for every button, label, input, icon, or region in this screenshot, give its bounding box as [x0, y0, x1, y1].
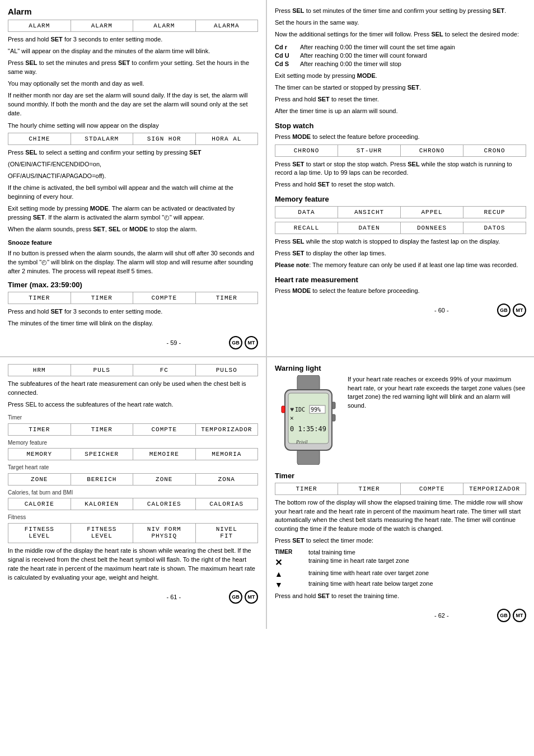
stopwatch-section: Stop watch Press MODE to select the feat… — [275, 122, 526, 190]
chime-para-1: Press SEL to select a setting and confir… — [8, 148, 258, 157]
sf-memory-c1: MEMORY — [8, 449, 71, 460]
tb-cell-4: TEMPORIZADOR — [463, 483, 526, 494]
svg-rect-12 — [332, 414, 335, 421]
sf-memory-row: MEMORY SPEICHER MEMOIRE MEMORIA — [8, 448, 258, 460]
badge-group-62: GB MT — [497, 609, 526, 622]
hrm-cell-1: HRM — [8, 365, 71, 376]
snooze-label: Snooze feature — [8, 239, 258, 248]
timer-mode-up-desc: training time with heart rate over targe… — [308, 570, 526, 576]
sf-cal-c4: CALORIAS — [196, 498, 258, 510]
timer-mode-up: ▲ training time with heart rate over tar… — [275, 570, 526, 578]
mode-cds-code: Cd S — [275, 60, 294, 67]
stopwatch-para-1: Press MODE to select the feature before … — [275, 133, 526, 142]
timer-bottom-para-1: The bottom row of the display will show … — [275, 498, 526, 534]
timer-display-row: TIMER TIMER COMPTE TIMER — [8, 292, 258, 304]
chime-cell-2: STDALARM — [71, 133, 134, 144]
mem-cell-1: DATA — [275, 207, 338, 218]
alarm-cell-3: ALARM — [133, 20, 196, 31]
alarm-para-2: "AL" will appear on the display and the … — [8, 47, 258, 56]
warning-description: If your heart rate reaches or exceeds 99… — [348, 375, 526, 466]
chime-off: OFF/AUS/INACTIF/APAGADO=off). — [8, 172, 258, 181]
warning-section: Warning light — [275, 364, 526, 466]
sf-fitness: Fitness FITNESS LEVEL FITNESS LEVEL NIV … — [8, 514, 258, 543]
sf-timer-c2: TIMER — [71, 424, 134, 435]
svg-text:99%: 99% — [311, 407, 321, 413]
chime-label: The hourly chime setting will now appear… — [8, 122, 258, 130]
alarm-para-3: Press SEL to set the minutes and press S… — [8, 59, 258, 77]
stopwatch-title: Stop watch — [275, 122, 526, 130]
sw-cell-4: CRONO — [463, 145, 526, 156]
hrm-cell-3: FC — [133, 365, 196, 376]
sf-timer-row: TIMER TIMER COMPTE TEMPORIZADOR — [8, 423, 258, 436]
timer-bottom-para-2: Press SET to select the timer mode: — [275, 536, 526, 545]
sf-zone-label: Target heart rate — [8, 464, 258, 472]
mem2-cell-4: DATOS — [463, 222, 526, 234]
badge-group-61: GB MT — [229, 590, 258, 604]
top-left-col: Alarm ALARM ALARM ALARM ALARMA Press and… — [0, 0, 267, 356]
modes-para-3: Press and hold SET to reset the timer. — [275, 95, 526, 104]
mode-cdu: Cd U After reaching 0:00 the timer will … — [275, 52, 526, 59]
memory-title: Memory feature — [275, 195, 526, 203]
page-container: Alarm ALARM ALARM ALARM ALARMA Press and… — [0, 0, 534, 629]
timer-mode-total-desc: total training time — [308, 549, 526, 556]
svg-rect-13 — [282, 406, 285, 413]
svg-rect-11 — [332, 402, 335, 409]
svg-rect-1 — [297, 449, 320, 465]
sf-fitness-row: FITNESS LEVEL FITNESS LEVEL NIV FORM PHY… — [8, 523, 258, 543]
gb-badge: GB — [229, 336, 242, 349]
sf-fit-c4: NIVEL FIT — [196, 524, 258, 543]
svg-text:IDC: IDC — [295, 407, 305, 413]
timer-section-bottom: Timer TIMER TIMER COMPTE TEMPORIZADOR Th… — [275, 472, 526, 601]
badge-group-59: GB MT — [229, 336, 258, 349]
stopwatch-display-row: CHRONO ST-UHR CHRONO CRONO — [275, 144, 526, 157]
sf-cal-c2: KALORIEN — [71, 498, 134, 510]
mode-cds: Cd S After reaching 0:00 the timer will … — [275, 60, 526, 67]
badge-group-60: GB MT — [497, 304, 526, 317]
bottom-left-footer: - 61 - GB MT — [8, 588, 258, 604]
mode-cdu-code: Cd U — [275, 52, 294, 59]
memory-note: Please note: The memory feature can only… — [275, 261, 526, 270]
stopwatch-para-3: Press and hold SET to reset the stop wat… — [275, 180, 526, 189]
warning-title: Warning light — [275, 364, 526, 372]
memory-para-1: Press SEL while the stop watch is stoppe… — [275, 237, 526, 246]
timer-title: Timer (max. 23:59:00) — [8, 281, 258, 289]
sf-cal-c1: CALORIE — [8, 498, 71, 510]
timer-bottom-title: Timer — [275, 472, 526, 480]
mode-list: Cd r After reaching 0:00 the timer will … — [275, 44, 526, 67]
gb-badge-61: GB — [229, 590, 242, 604]
gb-badge-60: GB — [497, 304, 510, 317]
mem2-cell-2: DATEN — [338, 222, 401, 234]
sf-timer-c4: TEMPORIZADOR — [196, 424, 258, 435]
alarm-para-1: Press and hold SET for 3 seconds to ente… — [8, 35, 258, 44]
svg-text:✕: ✕ — [290, 414, 294, 422]
sw-cell-1: CHRONO — [275, 145, 338, 156]
page-num-61: - 61 - — [119, 594, 229, 600]
timer-mode-list: TIMER total training time ✕ training tim… — [275, 549, 526, 589]
hrm-cell-2: PULS — [71, 365, 134, 376]
chime-display-row: CHIME STDALARM SIGN HOR HORA AL — [8, 133, 258, 145]
sf-memory-label: Memory feature — [8, 439, 258, 447]
chime-para-4: When the alarm sounds, press SET, SEL or… — [8, 225, 258, 234]
gb-badge-62: GB — [497, 609, 510, 622]
sw-cell-3: CHRONO — [401, 145, 463, 156]
chime-cell-1: CHIME — [8, 133, 71, 144]
modes-para-4: After the timer time is up an alarm will… — [275, 107, 526, 116]
sf-fit-c3: NIV FORM PHYSIQ — [133, 524, 196, 543]
sf-timer-c1: TIMER — [8, 424, 71, 435]
hrm-display-row: HRM PULS FC PULSO — [8, 364, 258, 376]
mt-badge-62: MT — [513, 609, 526, 622]
mem-cell-3: APPEL — [401, 207, 463, 218]
chime-on: (ON/EIN/ACTIF/ENCENDIDO=on, — [8, 160, 258, 169]
tb-cell-1: TIMER — [275, 483, 338, 494]
snooze-section: Snooze feature If no button is pressed w… — [8, 239, 258, 276]
timer-mode-down: ▼ training time with heart rate below ta… — [275, 580, 526, 589]
hrm-para-2: Press SEL to access the subfeatures of t… — [8, 400, 258, 409]
mt-badge-60: MT — [513, 304, 526, 317]
timer-mode-x-desc: training time in heart rate target zone — [308, 557, 526, 564]
hrm-cell-4: PULSO — [196, 365, 258, 376]
sf-zone-c2: BEREICH — [71, 474, 134, 485]
memory-para-2: Press SET to display the other lap times… — [275, 249, 526, 258]
timer-cell-3: COMPTE — [133, 292, 196, 304]
sf-zone-c1: ZONE — [8, 474, 71, 485]
page-num-59: - 59 - — [119, 339, 229, 346]
